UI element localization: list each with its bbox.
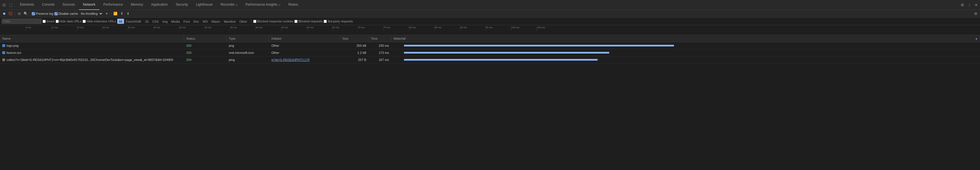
td-waterfall	[391, 57, 980, 63]
import-icon[interactable]: ⬆	[119, 11, 124, 16]
table-row[interactable]: collect?v=2&tid=G-REG61HPHTJ>m=45je3b60v…	[0, 57, 980, 63]
td-initiator[interactable]: js?id=G-REG61HPHTJ:179	[269, 57, 340, 63]
inspect-icon[interactable]: ⊡	[1, 2, 7, 8]
type-btn-css[interactable]: CSS	[151, 19, 161, 24]
throttle-dropdown-icon[interactable]: ▾	[104, 11, 109, 16]
timeline-tick: 15 ms	[76, 26, 84, 31]
record-button[interactable]: ⏺	[2, 11, 7, 16]
initiator-link[interactable]: js?id=G-REG61HPHTJ:179	[271, 58, 309, 61]
table-header: Name Status Type Initiator Size Time Wat…	[0, 35, 980, 42]
timeline-tick: 45 ms	[230, 26, 237, 31]
timeline-tick: 60 ms	[307, 26, 314, 31]
timeline-tick: 30 ms	[153, 26, 161, 31]
waterfall-bar-container	[392, 51, 979, 54]
third-party-requests-text: 3rd-party requests	[328, 20, 353, 23]
toolbar-right: ⊞	[973, 11, 978, 16]
third-party-requests-checkbox[interactable]	[324, 20, 327, 23]
tab-elements[interactable]: Elements	[16, 0, 38, 10]
th-time[interactable]: Time	[369, 35, 391, 42]
hide-data-urls-checkbox[interactable]	[56, 20, 59, 23]
timeline-tick: 65 ms	[332, 26, 339, 31]
th-status[interactable]: Status	[184, 35, 226, 42]
type-btn-ws[interactable]: WS	[201, 19, 210, 24]
tab-sources[interactable]: Sources	[59, 0, 79, 10]
filter-input[interactable]	[2, 19, 41, 24]
td-initiator: Other	[269, 49, 340, 57]
type-btn-media[interactable]: Media	[170, 19, 181, 24]
td-name: favicon.ico	[0, 49, 184, 57]
tab-recorder[interactable]: Recorder ⌕	[216, 0, 242, 10]
hide-extension-urls-checkbox[interactable]	[83, 20, 86, 23]
clear-button[interactable]: 🚫	[8, 11, 13, 16]
timeline-tick: 5 ms	[25, 26, 31, 31]
th-waterfall[interactable]: Waterfall ▲	[391, 35, 980, 42]
blocked-requests-label[interactable]: Blocked requests	[294, 20, 322, 23]
toolbar-separator-2	[30, 11, 30, 16]
type-btn-doc[interactable]: Doc	[192, 19, 201, 24]
td-name: collect?v=2&tid=G-REG61HPHTJ>m=45je3b60v…	[0, 57, 184, 63]
th-type[interactable]: Type	[226, 35, 269, 42]
waterfall-bar-container	[392, 58, 979, 61]
filter-icon[interactable]: ⊟	[17, 11, 22, 16]
hide-extension-urls-label[interactable]: Hide extension URLs	[83, 20, 116, 23]
tab-security[interactable]: Security	[172, 0, 192, 10]
type-btn-manifest[interactable]: Manifest	[222, 19, 237, 24]
preserve-log-checkbox[interactable]	[32, 12, 35, 15]
toolbar-separator-3	[111, 11, 111, 16]
preserve-log-label[interactable]: Preserve log	[32, 12, 53, 15]
disable-cache-checkbox[interactable]	[54, 12, 57, 15]
network-conditions-icon[interactable]: 📶	[113, 11, 118, 16]
tab-lighthouse[interactable]: Lighthouse	[192, 0, 216, 10]
type-btn-font[interactable]: Font	[182, 19, 191, 24]
blocked-response-cookies-checkbox[interactable]	[253, 20, 256, 23]
more-options-icon[interactable]: ⋮	[966, 2, 972, 8]
resource-name: collect?v=2&tid=G-REG61HPHTJ>m=45je3b60v…	[6, 58, 173, 61]
tab-console[interactable]: Console	[38, 0, 59, 10]
td-size: 1.2 kB	[340, 49, 369, 57]
disable-cache-label[interactable]: Disable cache	[54, 12, 78, 15]
export-icon[interactable]: ⬇	[126, 11, 130, 16]
tab-performance[interactable]: Performance	[99, 0, 127, 10]
blocked-requests-checkbox[interactable]	[294, 20, 298, 23]
tab-memory[interactable]: Memory	[127, 0, 147, 10]
invert-label[interactable]: Invert	[43, 20, 54, 23]
tab-network[interactable]: Network	[79, 0, 99, 10]
resource-icon	[2, 58, 5, 61]
blocked-requests-text: Blocked requests	[298, 20, 322, 23]
timeline[interactable]: 5 ms10 ms15 ms20 ms25 ms30 ms35 ms40 ms4…	[0, 25, 980, 35]
type-btn-img[interactable]: Img	[161, 19, 169, 24]
table-row[interactable]: logo.png 200 png Other 255 kB 230 ms	[0, 42, 980, 49]
type-btn-js[interactable]: JS	[143, 19, 151, 24]
type-btn-fetch/xhr[interactable]: Fetch/XHR	[124, 19, 143, 24]
hide-data-urls-label[interactable]: Hide data URLs	[56, 20, 82, 23]
timeline-tick: 50 ms	[256, 26, 262, 31]
td-status: 204	[184, 57, 226, 63]
settings-icon[interactable]: ⚙	[959, 2, 965, 8]
disable-cache-text: Disable cache	[59, 12, 78, 15]
type-btn-all[interactable]: All	[117, 19, 124, 24]
tab-performance-insights[interactable]: Performance insights ⌕	[242, 0, 285, 10]
table-row[interactable]: favicon.ico 200 vnd.microsoft.icon Other…	[0, 49, 980, 57]
th-initiator[interactable]: Initiator	[269, 35, 340, 42]
blocked-response-cookies-label[interactable]: Blocked response cookies	[253, 20, 294, 23]
device-icon[interactable]: ⬚	[8, 2, 14, 8]
close-icon[interactable]: ✕	[973, 2, 979, 8]
type-btn-other[interactable]: Other	[238, 19, 249, 24]
filter-type-buttons: AllFetch/XHRJSCSSImgMediaFontDocWSWasmMa…	[117, 19, 249, 24]
waterfall-bar	[404, 45, 674, 46]
type-btn-wasm[interactable]: Wasm	[210, 19, 222, 24]
invert-checkbox[interactable]	[43, 20, 46, 23]
toolbar-separator-1	[15, 11, 15, 16]
tab-end-icons: ⚙ ⋮ ✕	[959, 2, 979, 8]
search-icon[interactable]: 🔍	[23, 11, 28, 16]
third-party-requests-label[interactable]: 3rd-party requests	[324, 20, 353, 23]
expand-icon[interactable]: ⊞	[973, 11, 978, 16]
timeline-tick: 75 ms	[383, 26, 390, 31]
tab-redux[interactable]: Redux	[285, 0, 302, 10]
th-size[interactable]: Size	[340, 35, 369, 42]
tabs-container: ElementsConsoleSourcesNetworkPerformance…	[16, 0, 302, 10]
throttle-select[interactable]: No throttling	[79, 11, 103, 16]
tab-application[interactable]: Application	[147, 0, 172, 10]
th-name[interactable]: Name	[0, 35, 184, 42]
blocked-response-cookies-text: Blocked response cookies	[257, 20, 294, 23]
